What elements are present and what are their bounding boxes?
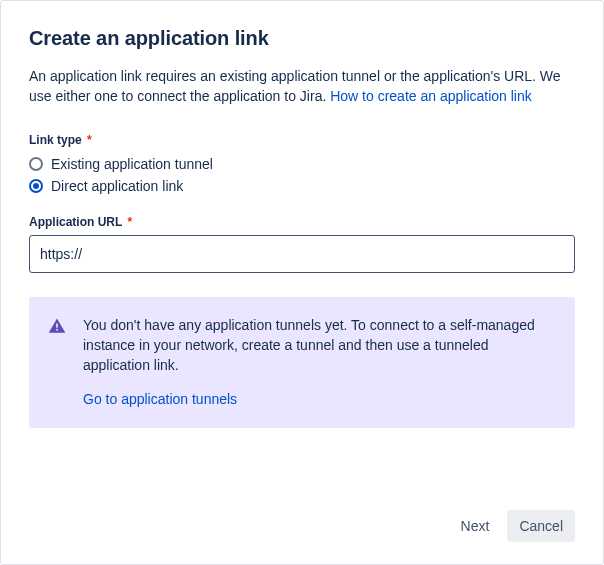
info-text: You don't have any application tunnels y…: [83, 317, 535, 374]
no-tunnels-info-panel: You don't have any application tunnels y…: [29, 297, 575, 428]
radio-label: Direct application link: [51, 178, 183, 194]
radio-label: Existing application tunnel: [51, 156, 213, 172]
app-url-label: Application URL *: [29, 215, 575, 229]
info-body: You don't have any application tunnels y…: [83, 315, 557, 410]
radio-icon: [29, 179, 43, 193]
required-indicator: *: [127, 215, 132, 229]
modal-title: Create an application link: [29, 27, 575, 50]
link-type-label: Link type *: [29, 133, 575, 147]
application-url-input[interactable]: [29, 235, 575, 273]
warning-icon: [47, 316, 67, 336]
radio-direct-link[interactable]: Direct application link: [29, 175, 575, 197]
svg-rect-1: [56, 329, 58, 331]
next-button[interactable]: Next: [449, 510, 502, 542]
modal-description: An application link requires an existing…: [29, 66, 575, 107]
required-indicator: *: [87, 133, 92, 147]
link-type-radio-group: Existing application tunnel Direct appli…: [29, 153, 575, 197]
radio-icon: [29, 157, 43, 171]
link-type-label-text: Link type: [29, 133, 82, 147]
app-url-label-text: Application URL: [29, 215, 122, 229]
modal-footer: Next Cancel: [29, 510, 575, 542]
go-to-tunnels-link[interactable]: Go to application tunnels: [83, 389, 237, 409]
svg-rect-0: [56, 323, 58, 327]
radio-existing-tunnel[interactable]: Existing application tunnel: [29, 153, 575, 175]
how-to-link[interactable]: How to create an application link: [330, 88, 532, 104]
create-app-link-modal: Create an application link An applicatio…: [0, 0, 604, 565]
cancel-button[interactable]: Cancel: [507, 510, 575, 542]
